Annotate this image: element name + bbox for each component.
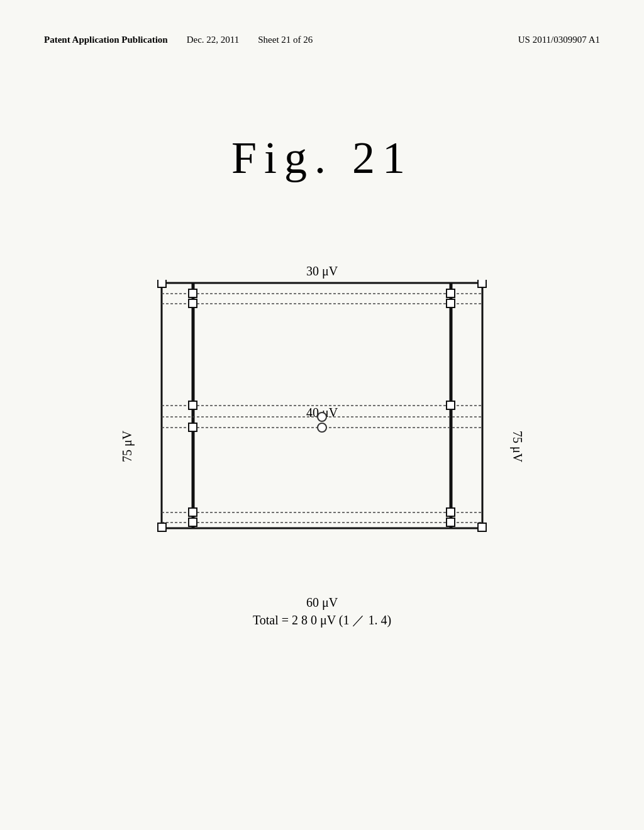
- svg-rect-25: [189, 518, 197, 526]
- header-patent-num: US 2011/0309907 A1: [518, 35, 600, 45]
- header: Patent Application Publication Dec. 22, …: [44, 35, 600, 45]
- svg-rect-14: [189, 289, 197, 297]
- svg-rect-15: [447, 289, 455, 297]
- svg-rect-17: [447, 299, 455, 307]
- svg-rect-12: [158, 523, 166, 531]
- svg-rect-23: [189, 508, 197, 516]
- header-date: Dec. 22, 2011: [187, 35, 240, 45]
- svg-rect-22: [189, 423, 197, 431]
- svg-rect-26: [447, 518, 455, 526]
- svg-rect-24: [447, 508, 455, 516]
- svg-point-20: [318, 412, 326, 421]
- svg-rect-13: [478, 523, 486, 531]
- label-60uv: 60 μV: [306, 595, 338, 610]
- svg-rect-16: [189, 299, 197, 307]
- diagram-svg: [155, 280, 489, 550]
- label-total: Total = 2 8 0 μV (1 ／ 1. 4): [253, 612, 391, 629]
- label-75uv-left: 75 μV: [120, 431, 135, 462]
- svg-rect-11: [478, 280, 486, 287]
- patent-label: Patent Application Publication: [44, 35, 168, 45]
- label-75uv-right: 75 μV: [509, 431, 524, 462]
- page: Patent Application Publication Dec. 22, …: [0, 0, 644, 830]
- header-sheet: Sheet 21 of 26: [258, 35, 313, 45]
- svg-rect-18: [189, 401, 197, 409]
- label-30uv: 30 μV: [306, 264, 338, 279]
- svg-rect-19: [447, 401, 455, 409]
- diagram-area: 30 μV 75 μV 75 μV 40 μV Total = 2 8 0 μV…: [146, 264, 498, 629]
- svg-rect-10: [158, 280, 166, 287]
- figure-title: Fig. 21: [231, 132, 413, 184]
- svg-point-21: [318, 423, 326, 432]
